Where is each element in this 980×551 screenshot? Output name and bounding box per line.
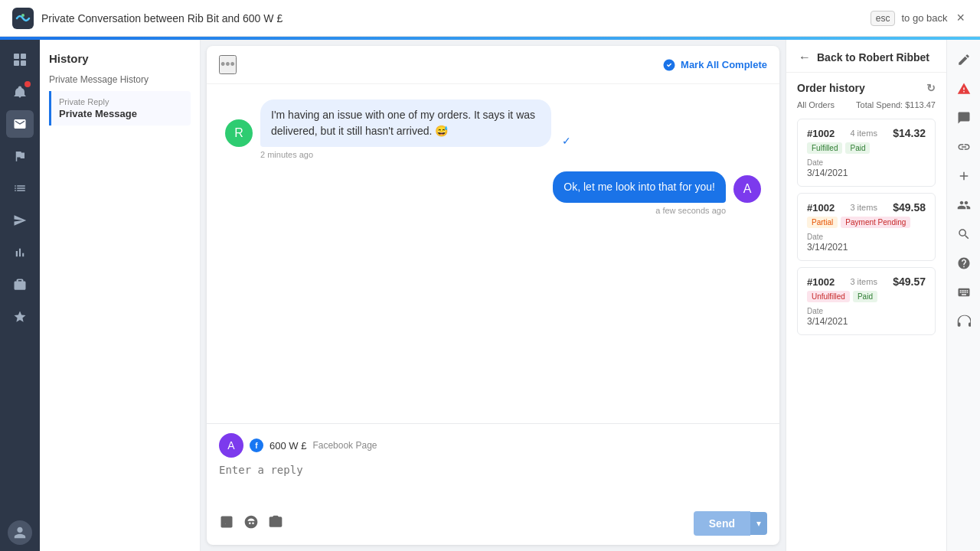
order-date-label-1: Date <box>807 158 926 167</box>
all-orders-label: All Orders <box>797 100 835 109</box>
sidebar-item-reports[interactable] <box>6 239 34 266</box>
order-panel: ← Back to Robert Ribbet Order history ↻ … <box>786 40 946 551</box>
history-item-sub: Private Reply <box>59 97 183 106</box>
order-card-2[interactable]: #1002 3 items $49.58 Partial Payment Pen… <box>797 193 936 261</box>
reply-avatar: A <box>219 433 243 458</box>
tag-fulfilled-1: Fulfilled <box>807 142 842 154</box>
image-icon <box>219 514 234 530</box>
tag-paid-1: Paid <box>845 142 870 154</box>
order-date-3: 3/14/2021 <box>807 316 926 327</box>
order-price-3: $49.57 <box>893 276 926 288</box>
link-button[interactable] <box>950 133 978 161</box>
close-button[interactable]: × <box>953 7 968 29</box>
mark-complete-label: Mark All Complete <box>681 59 767 70</box>
incoming-time: 2 minutes ago <box>260 150 313 159</box>
history-panel: History Private Message History Private … <box>40 40 201 551</box>
order-card-3[interactable]: #1002 3 items $49.57 Unfulfilled Paid Da… <box>797 267 936 335</box>
order-panel-header: ← Back to Robert Ribbet <box>786 40 946 73</box>
right-icon-bar <box>946 40 980 551</box>
outgoing-bubble: Ok, let me look into that for you! <box>553 171 726 203</box>
sidebar-bottom <box>8 520 32 545</box>
add-button[interactable] <box>950 162 978 190</box>
keyboard-button[interactable] <box>950 279 978 306</box>
reply-source-name: 600 W £ <box>270 440 306 452</box>
outgoing-avatar: A <box>733 175 761 203</box>
tag-unfulfilled-3: Unfulfilled <box>807 291 850 302</box>
reply-source-type: Facebook Page <box>312 440 377 451</box>
reply-toolbar: Send ▾ <box>219 511 767 536</box>
order-history-title: Order history ↻ <box>797 82 936 94</box>
tag-payment-pending-2: Payment Pending <box>841 217 910 228</box>
order-history-label: Order history <box>797 82 865 94</box>
incoming-bubble: I'm having an issue with one of my order… <box>260 99 551 147</box>
help-button[interactable] <box>950 249 978 277</box>
message-group-outgoing: A Ok, let me look into that for you! a f… <box>225 171 761 215</box>
order-card-1[interactable]: #1002 4 items $14.32 Fulfilled Paid Date… <box>797 119 936 187</box>
esc-badge: esc <box>871 11 896 26</box>
order-tags-1: Fulfilled Paid <box>807 142 926 154</box>
main-layout: History Private Message History Private … <box>0 40 980 551</box>
sidebar-item-send[interactable] <box>6 207 34 234</box>
order-date-label-3: Date <box>807 307 926 315</box>
history-section-title: Private Message History <box>49 74 191 85</box>
order-price-1: $14.32 <box>893 127 926 139</box>
order-card-top-1: #1002 4 items $14.32 <box>807 127 926 139</box>
send-button[interactable]: Send <box>694 511 750 536</box>
svg-rect-4 <box>14 60 19 66</box>
send-dropdown-button[interactable]: ▾ <box>750 512 767 535</box>
sidebar-item-star[interactable] <box>6 303 34 331</box>
history-title: History <box>49 52 191 65</box>
order-id-3: #1002 <box>807 276 835 288</box>
app-logo <box>12 8 34 29</box>
tag-paid-3: Paid <box>853 291 877 302</box>
read-check-icon: ✓ <box>562 135 571 147</box>
chat-header: ••• Mark All Complete <box>207 46 779 84</box>
camera-icon <box>268 514 283 530</box>
message-group-incoming: R I'm having an issue with one of my ord… <box>225 99 761 159</box>
search-button[interactable] <box>950 220 978 248</box>
incoming-avatar: R <box>225 119 253 147</box>
messages-area: R I'm having an issue with one of my ord… <box>207 84 779 423</box>
sidebar-item-home[interactable] <box>6 46 34 73</box>
message-row-outgoing: A Ok, let me look into that for you! <box>553 171 761 203</box>
top-bar-left: Private Conversation between Rib Bit and… <box>12 8 283 29</box>
order-card-top-3: #1002 3 items $49.57 <box>807 276 926 288</box>
user-avatar[interactable] <box>8 520 32 545</box>
edit-button[interactable] <box>950 46 978 73</box>
order-id-2: #1002 <box>807 202 835 214</box>
refresh-icon[interactable]: ↻ <box>926 82 936 94</box>
order-items-3: 3 items <box>850 277 877 286</box>
svg-rect-2 <box>14 54 19 59</box>
camera-button[interactable] <box>268 514 283 533</box>
alert-button[interactable] <box>950 75 978 103</box>
mark-complete-button[interactable]: Mark All Complete <box>662 58 767 72</box>
order-items-1: 4 items <box>850 129 877 138</box>
more-options-button[interactable]: ••• <box>219 55 237 74</box>
headset-button[interactable] <box>950 308 978 335</box>
tag-partial-2: Partial <box>807 217 838 228</box>
order-card-top-2: #1002 3 items $49.58 <box>807 201 926 214</box>
sidebar-item-briefcase[interactable] <box>6 271 34 298</box>
outgoing-time: a few seconds ago <box>655 206 726 215</box>
order-panel-title: Back to Robert Ribbet <box>817 51 929 64</box>
facebook-icon: f <box>250 439 263 452</box>
sidebar-item-flags[interactable] <box>6 142 34 170</box>
reply-input[interactable] <box>219 464 767 502</box>
history-item-main: Private Message <box>59 108 183 119</box>
history-item-private-message[interactable]: Private Reply Private Message <box>49 91 191 126</box>
order-tags-2: Partial Payment Pending <box>807 217 926 228</box>
top-bar-right: esc to go back × <box>871 7 968 29</box>
chat-button[interactable] <box>950 104 978 132</box>
svg-rect-3 <box>21 54 26 59</box>
sidebar-item-list[interactable] <box>6 174 34 202</box>
send-button-group: Send ▾ <box>694 511 767 536</box>
image-upload-button[interactable] <box>219 514 234 533</box>
top-bar: Private Conversation between Rib Bit and… <box>0 0 980 37</box>
users-button[interactable] <box>950 191 978 219</box>
emoji-button[interactable] <box>243 514 259 533</box>
order-date-1: 3/14/2021 <box>807 168 926 178</box>
sidebar-item-inbox[interactable] <box>6 110 34 138</box>
sidebar-item-notifications[interactable] <box>6 78 34 106</box>
reply-icons <box>219 514 283 533</box>
back-arrow-icon[interactable]: ← <box>799 51 811 64</box>
